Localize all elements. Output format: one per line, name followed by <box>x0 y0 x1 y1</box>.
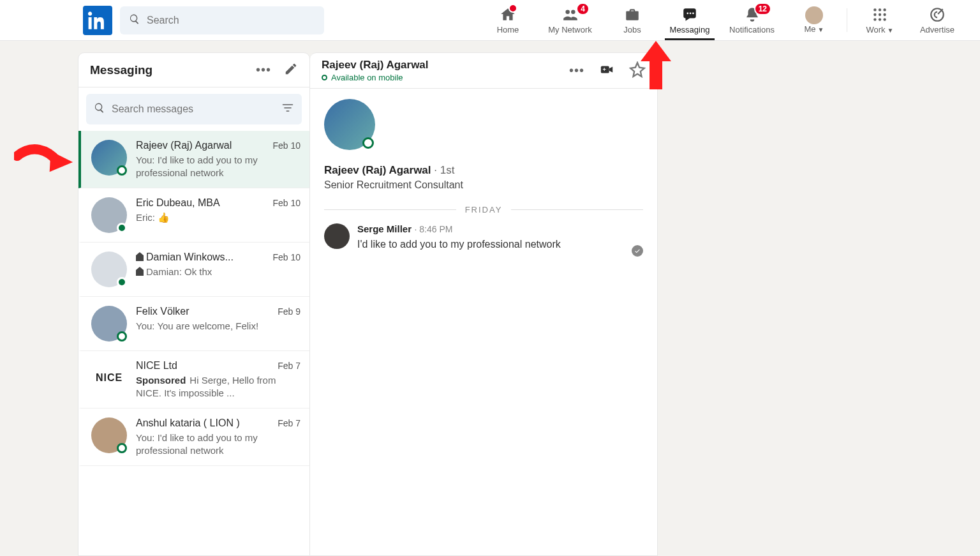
nav-jobs-label: Jobs <box>623 25 641 34</box>
conversation-actions: ••• + <box>569 61 646 80</box>
thread-item[interactable]: Felix Völker Feb 9 You: You are welcome,… <box>78 297 309 351</box>
thread-date: Feb 9 <box>278 306 301 317</box>
avatar: NICE <box>91 360 127 396</box>
messaging-header-actions: ••• <box>256 62 298 79</box>
nav-notifications[interactable]: 12 Notifications <box>718 0 785 40</box>
conversation-title: Rajeev (Raj) Agarwal <box>322 59 429 71</box>
nav-me-label: Me▼ <box>805 24 824 34</box>
thread-preview: Eric: 👍 <box>136 211 301 224</box>
svg-point-5 <box>883 8 886 11</box>
messages-search-input[interactable] <box>112 103 281 115</box>
conversation-body[interactable]: Rajeev (Raj) Agarwal · 1st Senior Recrui… <box>310 89 657 555</box>
thread-list[interactable]: Rajeev (Raj) Agarwal Feb 10 You: I'd lik… <box>78 131 309 555</box>
message: Serge Miller · 8:46 PM I'd like to add y… <box>324 223 643 250</box>
caret-down-icon: ▼ <box>818 26 824 33</box>
messaging-icon <box>681 6 698 25</box>
inmail-icon <box>136 267 144 276</box>
company-logo: NICE <box>91 360 127 396</box>
nav-network[interactable]: 4 My Network <box>537 0 604 40</box>
conversation-status: Available on mobile <box>322 73 429 82</box>
nav-advertise[interactable]: Advertise <box>909 0 966 40</box>
workspace: Messaging ••• Rajeev (Raj) Agarwal <box>78 52 980 556</box>
nav-messaging-label: Messaging <box>670 25 710 34</box>
profile-avatar[interactable] <box>324 99 375 150</box>
svg-point-4 <box>879 8 881 11</box>
thread-item[interactable]: Anshul kataria ( LION ) Feb 7 You: I'd l… <box>78 409 309 466</box>
thread-date: Feb 10 <box>272 252 301 262</box>
profile-headline: Senior Recruitment Consultant <box>324 179 643 191</box>
nav-me[interactable]: Me▼ <box>785 0 843 40</box>
annotation-arrow-left <box>14 143 75 181</box>
nav-home[interactable]: Home <box>479 0 537 40</box>
nav-advertise-label: Advertise <box>920 25 954 34</box>
avatar <box>324 223 350 249</box>
thread-date: Feb 7 <box>278 418 301 428</box>
avatar <box>805 6 823 24</box>
svg-point-9 <box>873 18 876 20</box>
svg-text:+: + <box>603 66 606 72</box>
thread-item[interactable]: Damian Winkows... Feb 10 Damian: Ok thx <box>78 243 309 297</box>
thread-name: Eric Dubeau, MBA <box>136 197 220 209</box>
nav-work[interactable]: Work▼ <box>851 0 909 40</box>
avatar <box>91 306 127 342</box>
message-sender[interactable]: Serge Miller <box>357 223 412 234</box>
svg-point-0 <box>687 12 688 14</box>
thread-item[interactable]: Eric Dubeau, MBA Feb 10 Eric: 👍 <box>78 188 309 243</box>
messages-search[interactable] <box>86 94 302 124</box>
nav-separator <box>847 8 847 33</box>
grid-icon <box>872 6 888 25</box>
presence-indicator <box>117 165 127 176</box>
global-search[interactable] <box>120 6 324 34</box>
nav-network-label: My Network <box>548 25 592 34</box>
presence-indicator <box>117 223 127 233</box>
thread-name: NICE Ltd <box>136 360 177 372</box>
briefcase-icon <box>624 6 641 25</box>
star-button[interactable] <box>629 61 646 80</box>
thread-item[interactable]: Rajeev (Raj) Agarwal Feb 10 You: I'd lik… <box>78 131 309 188</box>
global-search-input[interactable] <box>147 15 315 26</box>
topbar: Home 4 My Network Jobs Messaging 12 Noti… <box>0 0 980 41</box>
presence-indicator <box>117 443 127 453</box>
svg-point-10 <box>879 18 881 20</box>
video-call-button[interactable]: + <box>598 63 615 79</box>
svg-point-11 <box>883 18 886 20</box>
nav-messaging[interactable]: Messaging <box>661 0 718 40</box>
thread-date: Feb 10 <box>272 140 301 151</box>
presence-indicator <box>362 137 374 149</box>
home-badge-dot <box>509 4 517 13</box>
day-divider: FRIDAY <box>324 205 643 214</box>
linkedin-logo[interactable] <box>83 6 112 35</box>
svg-point-8 <box>883 13 886 15</box>
inmail-icon <box>136 252 144 261</box>
thread-preview: You: I'd like to add you to my professio… <box>136 154 301 179</box>
compose-button[interactable] <box>284 62 298 79</box>
sponsored-label: Sponsored <box>136 375 186 386</box>
more-button[interactable]: ••• <box>256 63 271 77</box>
thread-item[interactable]: NICE NICE Ltd Feb 7 SponsoredHi Serge, H… <box>78 351 309 409</box>
thread-preview: You: I'd like to add you to my professio… <box>136 432 301 456</box>
avatar <box>91 197 127 233</box>
avatar <box>91 417 127 453</box>
nav-home-label: Home <box>497 25 519 34</box>
messaging-header: Messaging ••• <box>78 53 309 87</box>
svg-point-3 <box>873 8 876 11</box>
profile-name-line[interactable]: Rajeev (Raj) Agarwal · 1st <box>324 164 643 177</box>
search-icon <box>129 13 140 27</box>
conversation-header: Rajeev (Raj) Agarwal Available on mobile… <box>310 53 657 89</box>
nav-notifications-label: Notifications <box>729 25 775 34</box>
conversation-panel: Rajeev (Raj) Agarwal Available on mobile… <box>310 52 658 556</box>
more-button[interactable]: ••• <box>569 63 584 78</box>
nav-jobs[interactable]: Jobs <box>604 0 661 40</box>
thread-preview: You: You are welcome, Felix! <box>136 320 301 333</box>
top-nav: Home 4 My Network Jobs Messaging 12 Noti… <box>479 0 966 40</box>
network-badge: 4 <box>576 3 590 15</box>
messaging-panel: Messaging ••• Rajeev (Raj) Agarwal <box>78 52 310 556</box>
notifications-badge: 12 <box>754 3 771 15</box>
svg-point-1 <box>690 12 692 14</box>
filter-button[interactable] <box>281 101 294 117</box>
sent-check-icon <box>632 245 643 257</box>
thread-name: Damian Winkows... <box>136 252 234 263</box>
nav-work-label: Work▼ <box>866 25 893 34</box>
presence-indicator <box>117 331 127 342</box>
target-icon <box>929 6 946 25</box>
